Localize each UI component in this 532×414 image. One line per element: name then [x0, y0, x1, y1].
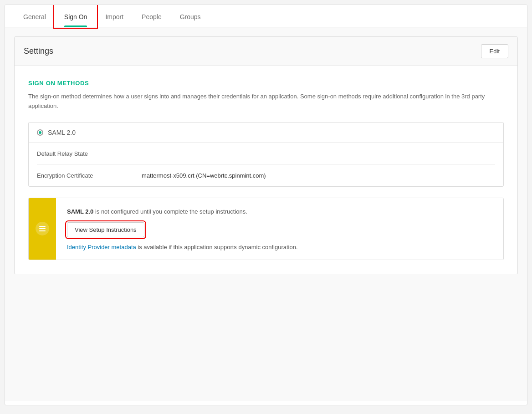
tab-general[interactable]: General [14, 5, 55, 27]
saml-header: SAML 2.0 [29, 123, 503, 143]
section-title: SIGN ON METHODS [28, 80, 504, 87]
warning-content: SAML 2.0 is not configured until you com… [56, 198, 503, 260]
tab-sign-on[interactable]: Sign On [55, 5, 97, 27]
saml-details: Default Relay State Encryption Certifica… [29, 143, 503, 186]
saml-box: SAML 2.0 Default Relay State Encryption … [28, 122, 504, 187]
tab-navigation: General Sign On Import People Groups [5, 5, 527, 27]
saml-row-relay: Default Relay State [37, 143, 495, 165]
settings-body: SIGN ON METHODS The sign-on method deter… [15, 66, 517, 274]
warning-suffix: is not configured until you complete the… [93, 208, 247, 215]
warning-icon-area [29, 198, 56, 260]
warning-icon [36, 222, 49, 235]
metadata-text: Identity Provider metadata is available … [67, 244, 492, 250]
metadata-link[interactable]: Identity Provider metadata [67, 244, 136, 250]
settings-card: Settings Edit SIGN ON METHODS The sign-o… [14, 36, 518, 274]
list-icon [37, 224, 47, 233]
warning-text: SAML 2.0 is not configured until you com… [67, 207, 492, 216]
view-setup-instructions-button[interactable]: View Setup Instructions [67, 222, 144, 237]
warning-bold: SAML 2.0 [67, 208, 93, 215]
settings-header: Settings Edit [15, 37, 517, 66]
saml-row-cert: Encryption Certificate mattermost-x509.c… [37, 165, 495, 186]
settings-title: Settings [24, 46, 53, 56]
main-content: Settings Edit SIGN ON METHODS The sign-o… [5, 27, 527, 401]
saml-radio[interactable] [37, 129, 43, 136]
metadata-suffix: is available if this application support… [136, 244, 298, 250]
tab-groups[interactable]: Groups [171, 5, 210, 27]
saml-label: SAML 2.0 [48, 129, 76, 136]
tab-import[interactable]: Import [96, 5, 133, 27]
cert-label: Encryption Certificate [37, 172, 142, 179]
tab-people[interactable]: People [133, 5, 171, 27]
section-description: The sign-on method determines how a user… [28, 92, 504, 111]
relay-state-label: Default Relay State [37, 150, 142, 157]
page-wrapper: General Sign On Import People Groups Set… [5, 5, 527, 405]
warning-box: SAML 2.0 is not configured until you com… [28, 198, 504, 261]
cert-value: mattermost-x509.crt (CN=webrtc.spinmint.… [142, 172, 266, 179]
edit-button[interactable]: Edit [481, 44, 508, 58]
